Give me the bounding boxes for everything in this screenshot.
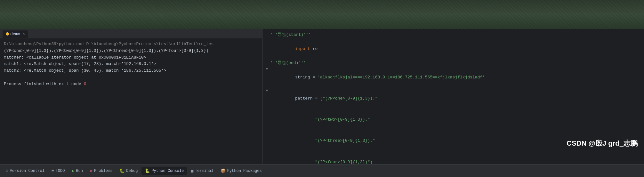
version-control-label: Version Control	[10, 169, 44, 173]
python-console-icon: 🐍	[145, 168, 150, 173]
code-line-6: "(?P<two>[0-9]{1,3})."	[265, 109, 639, 130]
code-text-2: import re	[270, 38, 639, 60]
python-packages-button[interactable]: 📦 Python Packages	[217, 167, 265, 175]
code-text-4: string = 'alksdjflksjal====192.168.0.1==…	[270, 67, 639, 88]
tab-close-button[interactable]: ×	[23, 32, 25, 36]
version-control-button[interactable]: ⊞ Version Control	[3, 167, 48, 175]
terminal-button[interactable]: ▦ Terminal	[188, 167, 216, 175]
console-line-2: (?P<one>[0-9]{1,3}).(?P<two>[0-9]{1,3}).…	[4, 48, 258, 54]
code-text-8: "(?P<four>[0-9]{1,3})")	[270, 152, 639, 164]
python-console-label: Python Console	[151, 169, 184, 173]
code-text-3: '''导包(end)'''	[270, 60, 639, 67]
code-text-7: "(?P<three>[0-9]{1,3})."	[270, 130, 639, 151]
code-line-5: ▼ pattern = ("(?P<one>[0-9]{1,3})."	[265, 88, 639, 109]
tab-indicator	[6, 32, 9, 36]
code-text-6: "(?P<two>[0-9]{1,3})."	[270, 109, 639, 130]
problems-icon: ⊗	[90, 168, 93, 173]
top-background	[0, 0, 644, 29]
console-line-4: match1: <re.Match object; span=(17, 28),…	[4, 61, 258, 68]
code-line-8: "(?P<four>[0-9]{1,3})")	[265, 152, 639, 164]
tab-bar: demo ×	[0, 29, 262, 38]
debug-label: Debug	[126, 169, 138, 173]
code-line-2: import re	[265, 38, 639, 60]
todo-button[interactable]: ≡ TODO	[48, 167, 68, 174]
code-line-1: '''导包(start)'''	[265, 31, 639, 38]
debug-icon: 🐛	[119, 168, 125, 173]
console-line-1: D:\biancheng\Python39\python.exe D:\bian…	[4, 41, 258, 48]
terminal-icon: ▦	[191, 168, 193, 173]
debug-button[interactable]: 🐛 Debug	[116, 167, 141, 175]
console-line-7: Process finished with exit code 0	[4, 81, 258, 88]
tab-label: demo	[10, 32, 20, 36]
code-line-7: "(?P<three>[0-9]{1,3})."	[265, 130, 639, 151]
bottom-toolbar: ⊞ Version Control ≡ TODO ▶ Run ⊗ Problem…	[0, 164, 644, 177]
version-control-icon: ⊞	[6, 168, 8, 173]
code-text-5: pattern = ("(?P<one>[0-9]{1,3})."	[270, 88, 639, 109]
left-panel: demo × D:\biancheng\Python39\python.exe …	[0, 29, 262, 164]
fold-arrow: ▼	[266, 67, 268, 72]
run-label: Run	[76, 169, 83, 173]
main-content: demo × D:\biancheng\Python39\python.exe …	[0, 29, 644, 164]
fold-arrow-2: ▼	[266, 88, 268, 93]
terminal-label: Terminal	[195, 169, 213, 173]
code-line-3: '''导包(end)'''	[265, 60, 639, 67]
python-packages-label: Python Packages	[227, 169, 262, 173]
code-line-4: ▼ string = 'alksdjflksjal====192.168.0.1…	[265, 67, 639, 88]
code-text-1: '''导包(start)'''	[270, 31, 639, 38]
python-packages-icon: 📦	[221, 168, 226, 173]
problems-button[interactable]: ⊗ Problems	[87, 167, 116, 175]
run-icon: ▶	[72, 168, 74, 173]
python-console-button[interactable]: 🐍 Python Console	[141, 167, 187, 175]
todo-label: TODO	[56, 169, 65, 173]
console-line-3: matcher: <callable_iterator object at 0x…	[4, 54, 258, 61]
exit-code: 0	[84, 82, 86, 86]
problems-label: Problems	[94, 169, 113, 173]
console-output: D:\biancheng\Python39\python.exe D:\bian…	[0, 38, 262, 164]
todo-icon: ≡	[52, 168, 54, 173]
right-panel: '''导包(start)''' import re '''导包(end)''' …	[262, 29, 644, 164]
code-editor[interactable]: '''导包(start)''' import re '''导包(end)''' …	[262, 29, 644, 164]
console-line-5: match2: <re.Match object; span=(30, 45),…	[4, 68, 258, 74]
demo-tab[interactable]: demo ×	[3, 30, 28, 38]
run-button[interactable]: ▶ Run	[68, 167, 86, 175]
console-line-6	[4, 74, 258, 81]
